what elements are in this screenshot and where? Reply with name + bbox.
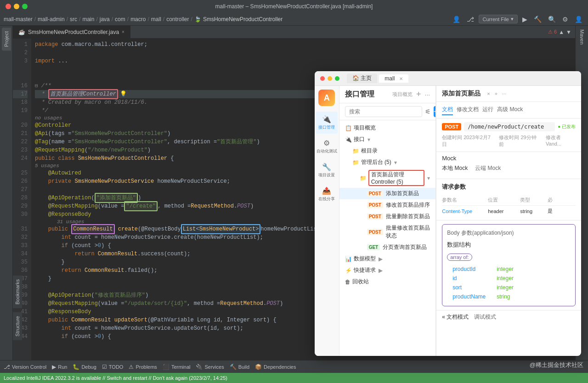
close-button[interactable]: [6, 4, 11, 9]
chevron-up-icon[interactable]: ▲: [559, 29, 564, 35]
debug-mode-button[interactable]: 调试模式: [474, 313, 496, 321]
build-icon[interactable]: 🔨: [532, 15, 543, 24]
tree-item-data-model[interactable]: 📊 数据模型 ▶: [339, 253, 436, 265]
tree-item-batch-status[interactable]: POST 批量修改首页新品状态: [339, 222, 436, 242]
tree-item-controller[interactable]: 📁 首页新品管理Controller (5) ▾: [339, 168, 436, 188]
more-icon[interactable]: ···: [502, 91, 506, 96]
todo-button[interactable]: ☑ TODO: [102, 364, 124, 370]
api-tab-home[interactable]: 🏠 主页: [347, 73, 377, 83]
tab-edit-doc[interactable]: 修改文档: [457, 105, 479, 115]
run-config-icon[interactable]: ▶: [520, 15, 529, 24]
doc-mode-button[interactable]: « 文档模式: [442, 313, 469, 321]
breadcrumb-java[interactable]: java: [100, 16, 110, 23]
filter-icon[interactable]: ⚟: [425, 106, 431, 117]
chevron-right-icon: ▶: [379, 256, 383, 262]
tree-item-add-product[interactable]: POST 添加首页新品: [339, 188, 436, 199]
tree-item-recycle[interactable]: 🗑 回收站: [339, 276, 436, 287]
avatar-icon[interactable]: 👤: [573, 15, 584, 24]
field-row-productname: productName string: [447, 292, 571, 301]
breadcrumb-controller[interactable]: controller: [166, 16, 189, 23]
api-nav-settings[interactable]: 🔧 项目设置: [316, 159, 338, 181]
breadcrumb-file[interactable]: SmsHomeNewProductController: [203, 16, 283, 23]
api-maximize-button[interactable]: [335, 76, 339, 81]
editor-right-icons: ⚠ 6 ▲ ▼: [548, 29, 575, 35]
project-overview-link[interactable]: 项目概览: [392, 91, 413, 98]
sidebar-item-project[interactable]: Project: [2, 28, 11, 51]
dependencies-button[interactable]: 📦 Dependencies: [255, 364, 296, 370]
post-badge: POST: [367, 191, 383, 197]
current-file-button[interactable]: Current File ▾: [479, 15, 518, 23]
chevron-down-icon[interactable]: ▼: [566, 29, 571, 35]
menu-bar-right: 👤 ⎇ Current File ▾ ▶ 🔨 🔍 ⚙ 👤: [451, 15, 584, 24]
maximize-button[interactable]: [22, 4, 28, 9]
tree-item-update-sort[interactable]: POST 修改首页新品排序: [339, 199, 436, 211]
editor-tab-active[interactable]: ☕ SmsHomeNewProductController.java ×: [13, 26, 130, 39]
breadcrumb-main[interactable]: main: [82, 16, 94, 23]
tab-run[interactable]: 运行: [482, 105, 493, 115]
minimize-button[interactable]: [14, 4, 19, 9]
debug-button[interactable]: 🐛 Debug: [73, 364, 96, 370]
menu-bar: mall-master / mall-admin / src / main / …: [0, 13, 588, 26]
sidebar-item-bookmarks[interactable]: Bookmarks: [13, 276, 22, 308]
param-type: string: [520, 208, 548, 214]
breadcrumb-src[interactable]: src: [70, 16, 77, 23]
modifier: 修改者 Vand...: [546, 134, 576, 148]
tree-item-admin[interactable]: 📁 管理后台 (5) ▾: [339, 157, 436, 168]
chevron-down-icon: ▾: [511, 16, 514, 22]
tree-item-overview[interactable]: 📋 项目概览: [339, 122, 436, 134]
settings-icon[interactable]: ⚙: [560, 15, 570, 24]
close-mall-tab-icon[interactable]: ✕: [399, 76, 403, 81]
api-tab-mall[interactable]: mall ✕: [379, 74, 408, 83]
col-req-header: 必: [548, 197, 561, 203]
get-badge: GET: [367, 244, 380, 250]
services-button[interactable]: 🔌 Services: [196, 364, 224, 370]
api-tree-panel: 接口管理 项目概览 + ··· ⚟ + 📋 项目概览: [339, 86, 436, 356]
recycle-icon: 🗑: [345, 279, 351, 285]
api-search-input[interactable]: [345, 106, 422, 117]
api-minimize-button[interactable]: [328, 76, 332, 81]
data-model-icon: 📊: [345, 256, 352, 262]
method-badge-post: POST: [442, 123, 461, 130]
endpoint-url: /home/newProduct/create: [464, 122, 555, 131]
watermark: @稀土掘金技术社区: [530, 361, 583, 369]
breadcrumb-mall[interactable]: mall: [151, 16, 161, 23]
git-branch-icon[interactable]: ⎇: [465, 15, 476, 24]
fold-arrow-icon[interactable]: ⊟: [35, 82, 38, 90]
api-tab-mall-label: mall: [384, 75, 395, 82]
mock-tab-cloud[interactable]: 云端 Mock: [475, 164, 501, 172]
breadcrumb-macro[interactable]: macro: [130, 16, 146, 23]
debug-label: Debug: [81, 364, 96, 370]
tree-item-quick-request[interactable]: ⚡ 快捷请求 ▶: [339, 265, 436, 276]
sidebar-item-maven[interactable]: Maven: [577, 26, 587, 48]
breadcrumb-com[interactable]: com: [115, 16, 125, 23]
more-options-icon[interactable]: ···: [425, 91, 430, 98]
search-icon[interactable]: 🔍: [546, 15, 558, 24]
bulb-icon[interactable]: 💡: [120, 90, 127, 98]
version-control-button[interactable]: ⎇ Version Control: [4, 364, 46, 370]
problems-button[interactable]: ⚠ Problems: [129, 364, 157, 370]
build-button[interactable]: 🔨 Build: [230, 364, 249, 370]
add-endpoint-button[interactable]: +: [416, 90, 421, 99]
terminal-button[interactable]: ⬛ Terminal: [163, 364, 191, 370]
breadcrumb-module[interactable]: mall-admin: [38, 16, 65, 23]
api-close-button[interactable]: [320, 76, 325, 81]
run-button[interactable]: ▶ Run: [52, 364, 67, 370]
tab-advanced-mock[interactable]: 高级 Mock: [497, 105, 523, 115]
close-endpoint-icon[interactable]: ×: [487, 91, 490, 96]
mock-tab-local[interactable]: 本地 Mock: [442, 164, 468, 172]
api-nav-interfaces[interactable]: 🔌 接口管理: [316, 112, 338, 134]
tree-item-query[interactable]: GET 分页查询首页新品: [339, 242, 436, 253]
tree-item-interfaces[interactable]: 🔌 接口 ▾: [339, 134, 436, 145]
api-nav-share[interactable]: 📤 在线分享: [316, 183, 338, 205]
tab-document[interactable]: 文档: [442, 105, 453, 115]
api-panel-header: 接口管理 项目概览 + ···: [339, 86, 436, 103]
breadcrumb-root[interactable]: mall-master: [4, 16, 33, 23]
sidebar-item-structure[interactable]: Structure: [13, 312, 22, 340]
tree-item-root[interactable]: 📁 根目录: [339, 145, 436, 157]
tree-item-batch-delete[interactable]: POST 批量删除首页新品: [339, 211, 436, 222]
close-tab-icon[interactable]: ×: [122, 29, 124, 34]
add-tab-icon[interactable]: +: [495, 91, 498, 96]
api-nav-automation[interactable]: ⚙ 自动化测试: [316, 135, 338, 158]
user-icon[interactable]: 👤: [451, 15, 462, 24]
api-panel-title: 接口管理: [345, 90, 374, 99]
